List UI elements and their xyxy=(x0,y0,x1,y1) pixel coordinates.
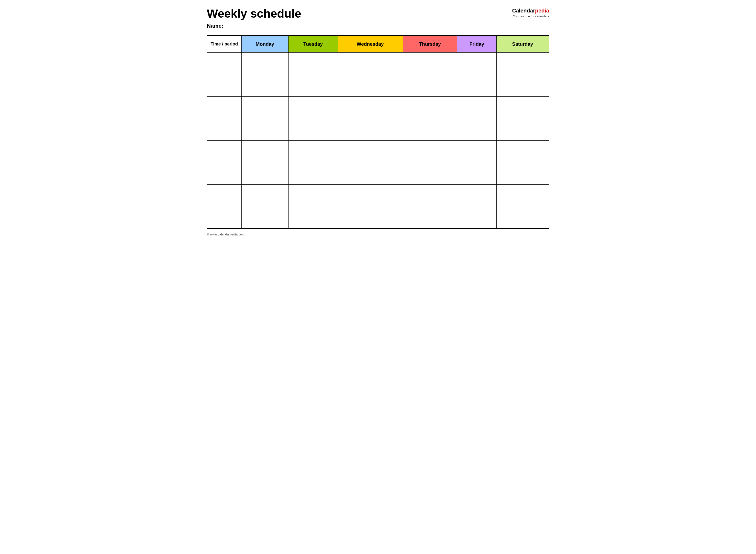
friday-cell[interactable] xyxy=(457,155,496,170)
thursday-cell[interactable] xyxy=(403,141,457,155)
tuesday-cell[interactable] xyxy=(288,97,338,111)
wednesday-cell[interactable] xyxy=(338,111,403,126)
wednesday-cell[interactable] xyxy=(338,126,403,141)
saturday-cell[interactable] xyxy=(496,67,549,82)
friday-cell[interactable] xyxy=(457,126,496,141)
tuesday-cell[interactable] xyxy=(288,199,338,214)
thursday-cell[interactable] xyxy=(403,155,457,170)
saturday-cell[interactable] xyxy=(496,82,549,97)
logo-tagline: Your source for calendars xyxy=(512,14,549,18)
thursday-cell[interactable] xyxy=(403,199,457,214)
time-cell[interactable] xyxy=(207,184,241,199)
time-cell[interactable] xyxy=(207,126,241,141)
saturday-cell[interactable] xyxy=(496,170,549,184)
thursday-cell[interactable] xyxy=(403,184,457,199)
monday-cell[interactable] xyxy=(241,214,288,229)
table-row xyxy=(207,82,549,97)
monday-cell[interactable] xyxy=(241,111,288,126)
tuesday-cell[interactable] xyxy=(288,82,338,97)
monday-cell[interactable] xyxy=(241,199,288,214)
col-header-time: Time / period xyxy=(207,36,241,53)
wednesday-cell[interactable] xyxy=(338,170,403,184)
wednesday-cell[interactable] xyxy=(338,82,403,97)
friday-cell[interactable] xyxy=(457,53,496,67)
tuesday-cell[interactable] xyxy=(288,141,338,155)
logo-pedia-text: pedia xyxy=(535,8,549,14)
time-cell[interactable] xyxy=(207,199,241,214)
time-cell[interactable] xyxy=(207,53,241,67)
time-cell[interactable] xyxy=(207,170,241,184)
tuesday-cell[interactable] xyxy=(288,111,338,126)
wednesday-cell[interactable] xyxy=(338,97,403,111)
time-cell[interactable] xyxy=(207,111,241,126)
wednesday-cell[interactable] xyxy=(338,53,403,67)
friday-cell[interactable] xyxy=(457,111,496,126)
saturday-cell[interactable] xyxy=(496,199,549,214)
wednesday-cell[interactable] xyxy=(338,199,403,214)
tuesday-cell[interactable] xyxy=(288,67,338,82)
time-cell[interactable] xyxy=(207,214,241,229)
page-title: Weekly schedule xyxy=(207,7,301,20)
time-cell[interactable] xyxy=(207,67,241,82)
saturday-cell[interactable] xyxy=(496,53,549,67)
saturday-cell[interactable] xyxy=(496,97,549,111)
thursday-cell[interactable] xyxy=(403,126,457,141)
col-header-tuesday: Tuesday xyxy=(288,36,338,53)
monday-cell[interactable] xyxy=(241,82,288,97)
thursday-cell[interactable] xyxy=(403,214,457,229)
time-cell[interactable] xyxy=(207,97,241,111)
friday-cell[interactable] xyxy=(457,82,496,97)
tuesday-cell[interactable] xyxy=(288,214,338,229)
tuesday-cell[interactable] xyxy=(288,155,338,170)
table-row xyxy=(207,67,549,82)
thursday-cell[interactable] xyxy=(403,111,457,126)
time-cell[interactable] xyxy=(207,155,241,170)
thursday-cell[interactable] xyxy=(403,97,457,111)
wednesday-cell[interactable] xyxy=(338,67,403,82)
thursday-cell[interactable] xyxy=(403,170,457,184)
monday-cell[interactable] xyxy=(241,97,288,111)
tuesday-cell[interactable] xyxy=(288,126,338,141)
col-header-thursday: Thursday xyxy=(403,36,457,53)
saturday-cell[interactable] xyxy=(496,111,549,126)
schedule-table: Time / period Monday Tuesday Wednesday T… xyxy=(207,35,549,229)
friday-cell[interactable] xyxy=(457,214,496,229)
col-header-monday: Monday xyxy=(241,36,288,53)
monday-cell[interactable] xyxy=(241,170,288,184)
friday-cell[interactable] xyxy=(457,97,496,111)
footer-url: © www.calendarpedia.com xyxy=(207,232,245,236)
monday-cell[interactable] xyxy=(241,67,288,82)
friday-cell[interactable] xyxy=(457,67,496,82)
saturday-cell[interactable] xyxy=(496,141,549,155)
saturday-cell[interactable] xyxy=(496,126,549,141)
table-row xyxy=(207,199,549,214)
time-cell[interactable] xyxy=(207,141,241,155)
friday-cell[interactable] xyxy=(457,184,496,199)
saturday-cell[interactable] xyxy=(496,155,549,170)
thursday-cell[interactable] xyxy=(403,82,457,97)
monday-cell[interactable] xyxy=(241,184,288,199)
table-row xyxy=(207,184,549,199)
saturday-cell[interactable] xyxy=(496,184,549,199)
friday-cell[interactable] xyxy=(457,199,496,214)
tuesday-cell[interactable] xyxy=(288,53,338,67)
thursday-cell[interactable] xyxy=(403,53,457,67)
wednesday-cell[interactable] xyxy=(338,184,403,199)
monday-cell[interactable] xyxy=(241,155,288,170)
monday-cell[interactable] xyxy=(241,141,288,155)
wednesday-cell[interactable] xyxy=(338,141,403,155)
tuesday-cell[interactable] xyxy=(288,170,338,184)
monday-cell[interactable] xyxy=(241,53,288,67)
friday-cell[interactable] xyxy=(457,170,496,184)
wednesday-cell[interactable] xyxy=(338,155,403,170)
logo-calendarpedia: Calendarpedia xyxy=(512,7,549,14)
monday-cell[interactable] xyxy=(241,126,288,141)
logo-calendar-text: Calendar xyxy=(512,8,535,14)
friday-cell[interactable] xyxy=(457,141,496,155)
thursday-cell[interactable] xyxy=(403,67,457,82)
table-row xyxy=(207,214,549,229)
wednesday-cell[interactable] xyxy=(338,214,403,229)
saturday-cell[interactable] xyxy=(496,214,549,229)
time-cell[interactable] xyxy=(207,82,241,97)
tuesday-cell[interactable] xyxy=(288,184,338,199)
